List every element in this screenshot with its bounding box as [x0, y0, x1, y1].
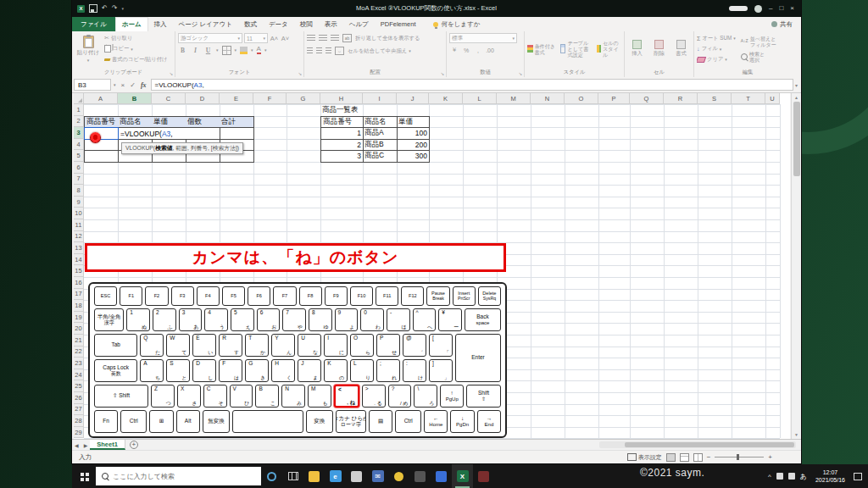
- zoom-slider[interactable]: [715, 457, 764, 458]
- cell-I2[interactable]: 商品名: [363, 116, 398, 129]
- column-header-C[interactable]: C: [152, 93, 186, 104]
- comma-format-icon[interactable]: ,: [473, 47, 483, 53]
- cell-A2[interactable]: 商品番号: [84, 116, 119, 129]
- share-button[interactable]: 共有: [771, 17, 801, 31]
- vertical-scrollbar[interactable]: ▲ ▼: [791, 93, 801, 439]
- ime-indicator[interactable]: あ: [800, 472, 807, 481]
- row-header-7[interactable]: 7: [74, 174, 84, 186]
- row-header-26[interactable]: 26: [74, 392, 84, 404]
- explorer-icon[interactable]: [303, 464, 325, 488]
- task-view-icon[interactable]: [282, 464, 303, 488]
- cell-B2[interactable]: 商品名: [118, 116, 153, 129]
- format-cells-button[interactable]: 書式: [671, 33, 691, 64]
- decrease-font-icon[interactable]: A˅: [281, 33, 290, 43]
- fill-color-icon[interactable]: [240, 47, 248, 54]
- page-layout-view-button[interactable]: [680, 453, 689, 462]
- row-header-17[interactable]: 17: [74, 289, 84, 301]
- mail-icon[interactable]: ✉: [367, 464, 388, 488]
- cell-H5[interactable]: 3: [320, 150, 364, 163]
- row-header-12[interactable]: 12: [74, 231, 84, 243]
- font-size-combo[interactable]: 11▾: [244, 33, 268, 43]
- cell-styles-button[interactable]: セルのスタイル: [597, 40, 621, 58]
- cell-J4[interactable]: 200: [397, 139, 430, 152]
- cell-E2[interactable]: 合計: [220, 116, 254, 129]
- cell-E3[interactable]: [220, 127, 254, 140]
- ribbon-display-pill[interactable]: [729, 6, 748, 11]
- row-header-24[interactable]: 24: [74, 369, 84, 381]
- normal-view-button[interactable]: [666, 453, 676, 462]
- sheet-nav-left-icon[interactable]: ◀: [72, 442, 81, 448]
- close-button[interactable]: ×: [790, 5, 794, 12]
- column-header-A[interactable]: A: [84, 93, 118, 104]
- align-top-icon[interactable]: [307, 35, 315, 42]
- tab-review[interactable]: 校閲: [294, 17, 319, 31]
- formula-input[interactable]: =VLOOKUP(A3,: [151, 79, 793, 91]
- scroll-up-icon[interactable]: ▲: [794, 93, 798, 102]
- merge-center-button[interactable]: セルを結合して中央揃え▾: [348, 46, 411, 56]
- fill-button[interactable]: ↓フィル▾: [697, 44, 736, 54]
- align-center-icon[interactable]: [316, 47, 322, 54]
- increase-decimal-icon[interactable]: .00: [485, 47, 495, 53]
- name-box-dropdown-icon[interactable]: ▾: [111, 82, 119, 87]
- row-header-16[interactable]: 16: [74, 277, 84, 289]
- row-header-28[interactable]: 28: [74, 415, 84, 427]
- tab-page-layout[interactable]: ページ レイアウト: [173, 17, 238, 31]
- tab-pdfelement[interactable]: PDFelement: [375, 17, 422, 31]
- align-right-icon[interactable]: [326, 47, 331, 54]
- insert-cells-button[interactable]: 挿入: [627, 33, 647, 64]
- bold-button[interactable]: B: [178, 45, 187, 55]
- row-header-19[interactable]: 19: [74, 312, 84, 324]
- increase-font-icon[interactable]: A˄: [270, 33, 279, 43]
- column-header-I[interactable]: I: [363, 93, 397, 104]
- cell-D2[interactable]: 個数: [186, 116, 220, 129]
- column-header-O[interactable]: O: [565, 93, 598, 104]
- row-header-21[interactable]: 21: [74, 335, 84, 347]
- row-header-29[interactable]: 29: [74, 427, 84, 439]
- number-format-combo[interactable]: 標準▾: [449, 33, 517, 43]
- cell-J5[interactable]: 300: [397, 150, 430, 163]
- horizontal-scroll-thumb[interactable]: [625, 442, 794, 447]
- cell-I3[interactable]: 商品A: [363, 127, 398, 140]
- undo-icon[interactable]: ↶: [102, 5, 108, 12]
- column-header-B[interactable]: B: [118, 93, 152, 104]
- format-as-table-button[interactable]: テーブルとして書式設定: [560, 40, 593, 58]
- vertical-scroll-thumb[interactable]: [793, 102, 800, 176]
- formula-bar-expand-icon[interactable]: ▾: [795, 82, 801, 88]
- column-header-T[interactable]: T: [732, 93, 765, 104]
- zoom-out-button[interactable]: −: [707, 453, 711, 461]
- cell-H4[interactable]: 2: [320, 139, 364, 152]
- column-header-S[interactable]: S: [698, 93, 732, 104]
- row-header-6[interactable]: 6: [74, 162, 84, 174]
- column-header-G[interactable]: G: [287, 93, 320, 104]
- tray-icon[interactable]: [776, 473, 783, 480]
- zoom-in-button[interactable]: +: [768, 453, 772, 461]
- cell-H1[interactable]: 商品一覧表: [320, 104, 364, 117]
- cortana-icon[interactable]: [261, 464, 282, 488]
- cell-J2[interactable]: 単価: [397, 116, 430, 129]
- column-header-U[interactable]: U: [765, 93, 780, 104]
- row-header-20[interactable]: 20: [74, 323, 84, 335]
- currency-format-icon[interactable]: ￥: [449, 46, 459, 54]
- paste-button[interactable]: 貼り付け ▾: [75, 33, 102, 64]
- account-avatar[interactable]: [754, 5, 762, 13]
- row-header-25[interactable]: 25: [74, 380, 84, 392]
- app-icon-blue[interactable]: [431, 464, 452, 488]
- row-header-23[interactable]: 23: [74, 358, 84, 369]
- app-icon-dark[interactable]: [409, 464, 431, 488]
- column-header-F[interactable]: F: [253, 93, 287, 104]
- redo-icon[interactable]: ↷: [112, 5, 118, 12]
- dialog-launcher-icon[interactable]: ↘: [518, 71, 522, 76]
- wrap-text-icon[interactable]: ab: [342, 34, 352, 42]
- align-middle-icon[interactable]: [319, 35, 327, 42]
- align-left-icon[interactable]: [307, 47, 313, 54]
- cell-I4[interactable]: 商品B: [363, 139, 398, 152]
- tab-insert[interactable]: 挿入: [148, 17, 173, 31]
- column-header-M[interactable]: M: [497, 93, 531, 104]
- column-header-L[interactable]: L: [463, 93, 497, 104]
- recorder-icon[interactable]: [473, 464, 494, 488]
- horizontal-scrollbar[interactable]: [599, 441, 796, 448]
- maximize-button[interactable]: □: [779, 5, 783, 12]
- excel-icon[interactable]: X: [452, 464, 473, 488]
- name-box[interactable]: B3: [74, 79, 111, 91]
- column-header-R[interactable]: R: [664, 93, 698, 104]
